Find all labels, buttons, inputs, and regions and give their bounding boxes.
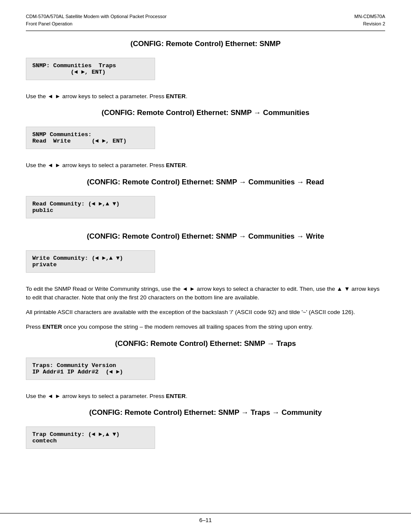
section-snmp-communities-code: SNMP Communities: Read Write (◄ ►, ENT) [26, 127, 155, 149]
section-snmp-communities-read: (CONFIG: Remote Control) Ethernet: SNMP … [26, 178, 385, 224]
section-snmp-communities-code-wrapper: SNMP Communities: Read Write (◄ ►, ENT) [26, 122, 385, 155]
section-snmp-description: Use the ◄ ► arrow keys to select a param… [26, 92, 385, 101]
header-doc-num: MN-CDM570A [354, 13, 385, 20]
header-title-line1: CDM-570A/570AL Satellite Modem with Opti… [26, 13, 167, 20]
section-snmp-title: (CONFIG: Remote Control) Ethernet: SNMP [26, 40, 385, 48]
section-snmp-communities-read-code: Read Community: (◄ ►,▲ ▼) public [26, 196, 155, 218]
page-footer: 6–11 [0, 513, 411, 523]
section-snmp-traps-description: Use the ◄ ► arrow keys to select a param… [26, 392, 385, 401]
section-snmp-traps-community: (CONFIG: Remote Control) Ethernet: SNMP … [26, 408, 385, 455]
section-snmp-communities-read-code-wrapper: Read Community: (◄ ►,▲ ▼) public [26, 192, 385, 224]
section-snmp-traps-code: Traps: Community Version IP Addr#1 IP Ad… [26, 358, 155, 380]
section-snmp-communities-read-title: (CONFIG: Remote Control) Ethernet: SNMP … [26, 178, 385, 187]
section-snmp-communities-write: (CONFIG: Remote Control) Ethernet: SNMP … [26, 232, 385, 332]
section-snmp-communities: (CONFIG: Remote Control) Ethernet: SNMP … [26, 109, 385, 170]
section-snmp-traps-title: (CONFIG: Remote Control) Ethernet: SNMP … [26, 339, 385, 348]
section-snmp-traps-code-wrapper: Traps: Community Version IP Addr#1 IP Ad… [26, 353, 385, 386]
section-snmp-communities-write-code: Write Community: (◄ ►,▲ ▼) private [26, 250, 155, 273]
section-snmp-communities-write-code-wrapper: Write Community: (◄ ►,▲ ▼) private [26, 246, 385, 279]
section-snmp-traps-community-code: Trap Community: (◄ ►,▲ ▼) comtech [26, 426, 155, 449]
section-snmp-traps-community-code-wrapper: Trap Community: (◄ ►,▲ ▼) comtech [26, 422, 385, 455]
section-snmp-communities-write-title: (CONFIG: Remote Control) Ethernet: SNMP … [26, 232, 385, 241]
header-left: CDM-570A/570AL Satellite Modem with Opti… [26, 13, 167, 27]
section-snmp-communities-description: Use the ◄ ► arrow keys to select a param… [26, 161, 385, 170]
page-number: 6–11 [199, 517, 212, 523]
section-snmp-write-desc3: Press ENTER once you compose the string … [26, 323, 385, 331]
section-snmp: (CONFIG: Remote Control) Ethernet: SNMP … [26, 40, 385, 101]
header-title-line2: Front Panel Operation [26, 20, 167, 28]
section-snmp-code-wrapper: SNMP: Communities Traps (◄ ►, ENT) [26, 53, 385, 86]
section-snmp-traps: (CONFIG: Remote Control) Ethernet: SNMP … [26, 339, 385, 401]
section-snmp-traps-community-title: (CONFIG: Remote Control) Ethernet: SNMP … [26, 408, 385, 417]
section-snmp-code: SNMP: Communities Traps (◄ ►, ENT) [26, 58, 155, 80]
section-snmp-write-desc2: All printable ASCII characters are avail… [26, 308, 385, 317]
section-snmp-communities-title: (CONFIG: Remote Control) Ethernet: SNMP … [26, 109, 385, 117]
page: CDM-570A/570AL Satellite Modem with Opti… [0, 0, 411, 487]
page-header: CDM-570A/570AL Satellite Modem with Opti… [26, 13, 385, 31]
header-revision: Revision 2 [354, 20, 385, 28]
section-snmp-write-desc1: To edit the SNMP Read or Write Community… [26, 285, 385, 302]
header-right: MN-CDM570A Revision 2 [354, 13, 385, 27]
